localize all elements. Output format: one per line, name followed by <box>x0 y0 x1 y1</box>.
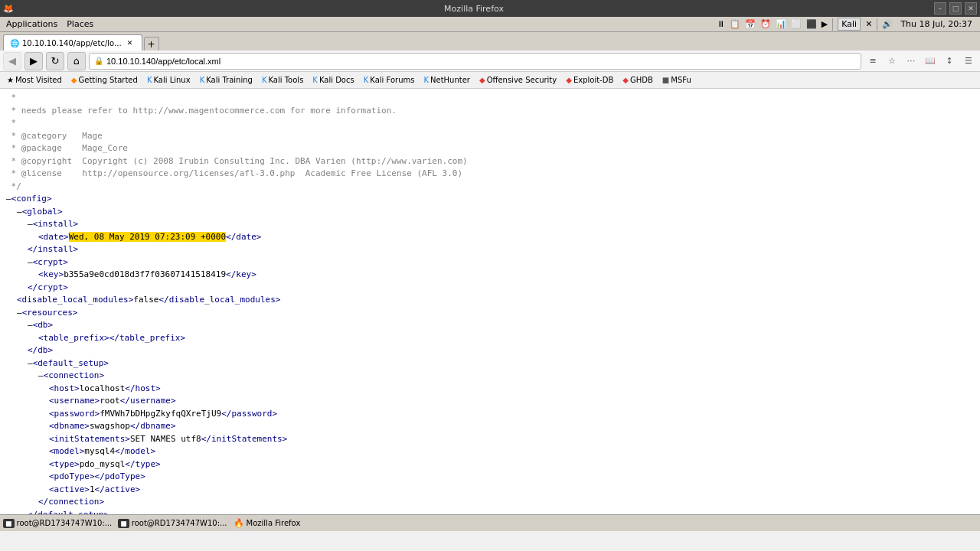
xml-collapse-btn[interactable]: – <box>28 320 33 330</box>
toolbar-close-icon[interactable]: ✕ <box>865 19 872 29</box>
forward-button[interactable]: ▶ <box>24 52 43 70</box>
bookmark-kali-tools[interactable]: K Kali Tools <box>258 74 307 86</box>
bookmark-nethunter[interactable]: K NetHunter <box>420 74 474 86</box>
exploit-db-icon: ◆ <box>566 76 572 84</box>
status-item-2[interactable]: ■ root@RD1734747W10:... <box>118 519 227 528</box>
home-button[interactable]: ⌂ <box>67 52 86 70</box>
firefox-icon: 🦊 <box>3 4 14 14</box>
bookmark-label: MSFu <box>671 76 691 84</box>
xml-line: –<connection> <box>6 370 974 383</box>
xml-line: * @license http://opensource.org/license… <box>6 168 974 181</box>
minimize-button[interactable]: – <box>934 2 946 15</box>
xml-tag: <connection> <box>44 370 104 380</box>
xml-collapse-btn[interactable]: – <box>17 207 22 217</box>
xml-collapse-btn[interactable]: – <box>28 358 33 368</box>
bookmark-label: NetHunter <box>430 76 470 84</box>
xml-tag: </db> <box>28 345 53 355</box>
xml-comment: * @category Mage <box>6 131 103 141</box>
toolbar-icon-7[interactable]: ▶ <box>822 19 828 29</box>
hamburger-icon[interactable]: ☰ <box>960 53 977 70</box>
bookmark-msfu[interactable]: ■ MSFu <box>658 74 695 86</box>
xml-tag: </password> <box>221 409 277 419</box>
maximize-button[interactable]: □ <box>949 2 962 15</box>
bookmark-getting-started[interactable]: ◆ Getting Started <box>67 74 142 86</box>
bookmark-kali-forums[interactable]: K Kali Forums <box>360 74 419 86</box>
toolbar-icon-6[interactable]: ⬛ <box>806 19 817 29</box>
address-input[interactable] <box>106 57 856 66</box>
xml-line: * @package Mage_Core <box>6 142 974 155</box>
xml-line: <active>1</active> <box>6 484 974 497</box>
bookmark-kali-training[interactable]: K Kali Training <box>196 74 256 86</box>
xml-highlighted-value: Wed, 08 May 2019 07:23:09 +0000 <box>69 232 226 242</box>
reader-mode-icon[interactable]: 📖 <box>922 53 939 70</box>
back-button[interactable]: ◀ <box>3 52 21 70</box>
kali-linux-icon: K <box>147 76 152 84</box>
xml-tag: </table_prefix> <box>109 333 185 343</box>
title-bar-left: 🦊 <box>3 4 14 14</box>
xml-line: <model>mysql4</model> <box>6 445 974 458</box>
toolbar-icon-3[interactable]: ⏰ <box>760 19 771 29</box>
xml-tag: <default_setup> <box>33 358 109 368</box>
status-item-1[interactable]: ■ root@RD1734747W10:... <box>3 519 112 528</box>
terminal-icon-1: ■ <box>3 519 15 528</box>
pause-icon[interactable]: ⏸ <box>717 19 725 29</box>
reload-button[interactable]: ↻ <box>46 52 64 70</box>
xml-collapse-btn[interactable]: – <box>38 370 44 380</box>
nav-more-icon[interactable]: ⋯ <box>903 53 920 70</box>
kali-docs-icon: K <box>312 76 318 84</box>
toolbar-icon-4[interactable]: 📊 <box>776 19 786 29</box>
xml-tag: <date> <box>38 232 69 242</box>
bookmarks-bar: ★ Most Visited ◆ Getting Started K Kali … <box>0 72 980 89</box>
bookmark-kali-linux[interactable]: K Kali Linux <box>143 74 194 86</box>
xml-tag: </default_setup> <box>28 510 109 515</box>
xml-collapse-btn[interactable]: – <box>6 194 11 204</box>
bookmark-offensive-security[interactable]: ◆ Offensive Security <box>475 74 560 86</box>
xml-tag: <password> <box>49 409 100 419</box>
tab-label: 10.10.10.140/app/etc/lo... <box>22 39 122 47</box>
bookmark-star-icon[interactable]: ☆ <box>884 53 900 70</box>
xml-line: * @category Mage <box>6 130 974 143</box>
status-label-2: root@RD1734747W10:... <box>132 519 227 527</box>
xml-collapse-btn[interactable]: – <box>28 257 33 267</box>
xml-line: * @copyright Copyright (c) 2008 Irubin C… <box>6 155 974 168</box>
msfu-icon: ■ <box>662 76 669 84</box>
toolbar-icon-5[interactable]: ⬜ <box>791 19 802 29</box>
xml-tag: </host> <box>125 383 160 393</box>
xml-tag: <crypt> <box>33 257 68 267</box>
xml-tag: <db> <box>33 320 54 330</box>
xml-line: <host>localhost</host> <box>6 383 974 396</box>
content-area[interactable]: * * needs please refer to http://www.mag… <box>0 89 980 514</box>
close-button[interactable]: ✕ <box>965 2 977 15</box>
xml-line: <initStatements>SET NAMES utf8</initStat… <box>6 433 974 446</box>
browser-tab[interactable]: 🌐 10.10.10.140/app/etc/lo... ✕ <box>3 34 142 51</box>
xml-line: </install> <box>6 243 974 256</box>
xml-collapse-btn[interactable]: – <box>17 308 22 318</box>
bookmark-most-visited[interactable]: ★ Most Visited <box>3 74 66 86</box>
xml-tag: <disable_local_modules> <box>17 295 133 305</box>
kali-label[interactable]: Kali <box>838 18 861 31</box>
bookmark-ghdb[interactable]: ◆ GHDB <box>619 74 657 86</box>
nav-menu-icon[interactable]: ≡ <box>864 53 881 70</box>
xml-tag: <dbname> <box>49 421 90 431</box>
status-label-1: root@RD1734747W10:... <box>17 519 113 527</box>
address-bar[interactable]: 🔒 <box>89 53 861 70</box>
bookmark-kali-docs[interactable]: K Kali Docs <box>309 74 358 86</box>
bookmark-label: Getting Started <box>79 76 138 84</box>
terminal-icon-2: ■ <box>118 519 129 528</box>
status-bar: ■ root@RD1734747W10:... ■ root@RD1734747… <box>0 514 980 531</box>
xml-line: </connection> <box>6 496 974 509</box>
xml-tag: </key> <box>226 269 256 279</box>
places-menu[interactable]: Places <box>62 18 98 31</box>
nav-icons: ≡ ☆ ⋯ 📖 ↕ ☰ <box>864 53 977 70</box>
applications-menu[interactable]: Applications <box>2 18 62 31</box>
xml-collapse-btn[interactable]: – <box>28 219 33 229</box>
toolbar-icon-2[interactable]: 📅 <box>745 19 756 29</box>
bookmark-exploit-db[interactable]: ◆ Exploit-DB <box>562 74 617 86</box>
new-tab-button[interactable]: + <box>144 37 159 51</box>
status-item-3[interactable]: 🔥 Mozilla Firefox <box>234 518 301 528</box>
toolbar-icon-1[interactable]: 📋 <box>730 19 740 29</box>
volume-icon[interactable]: 🔊 <box>882 19 893 29</box>
sync-icon[interactable]: ↕ <box>941 53 958 70</box>
xml-tag: </username> <box>120 396 176 406</box>
tab-close-button[interactable]: ✕ <box>125 37 136 48</box>
